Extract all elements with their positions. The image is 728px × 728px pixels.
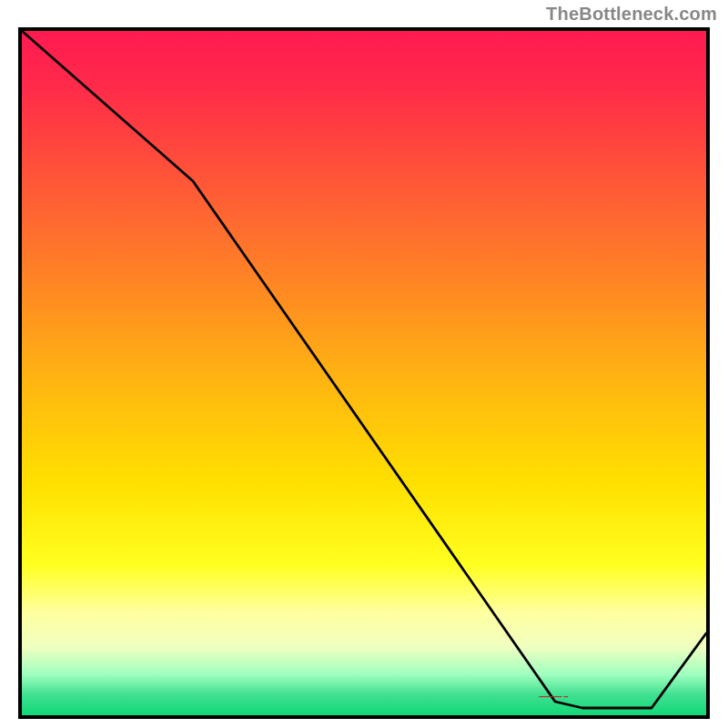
plot-area: ---------- -- [22,31,706,715]
line-series [22,31,706,715]
annotation-label: ---------- -- [539,692,568,701]
chart-container: TheBottleneck.com ---------- -- [0,0,728,728]
attribution-label: TheBottleneck.com [546,4,717,25]
plot-border: ---------- -- [18,27,710,719]
